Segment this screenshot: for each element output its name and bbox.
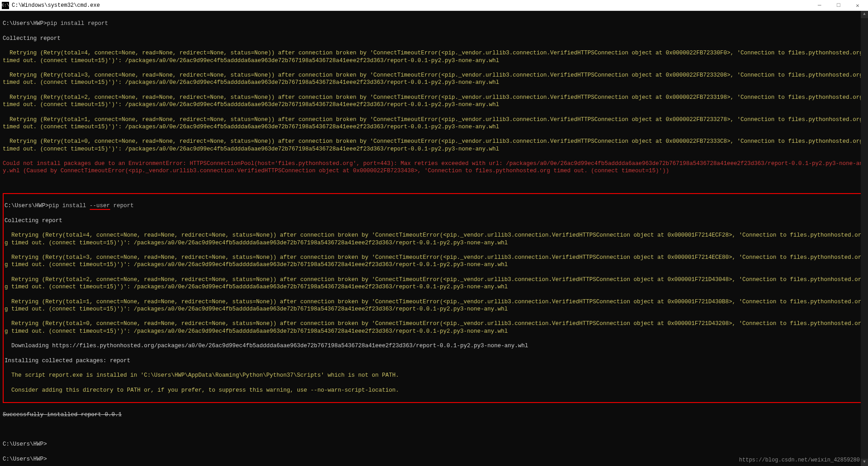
output-line: Collecting report	[5, 217, 863, 224]
success-line: Successfully installed report-0.0.1	[3, 411, 865, 418]
retry-line: Retrying (Retry(total=4, connect=None, r…	[5, 232, 863, 247]
highlight-box: C:\Users\HWP>pip install --user report C…	[3, 193, 865, 403]
retry-line: Retrying (Retry(total=1, connect=None, r…	[5, 298, 863, 313]
download-line: Downloading https://files.pythonhosted.o…	[5, 342, 863, 350]
retry-line: Retrying (Retry(total=3, connect=None, r…	[3, 72, 865, 87]
prompt: C:\Users\HWP>	[3, 456, 865, 463]
warning-line: Consider adding this directory to PATH o…	[5, 387, 863, 394]
watermark-text: https://blog.csdn.net/weixin_42859280	[739, 457, 860, 464]
vertical-scrollbar[interactable]: ▲ ▼	[861, 11, 868, 466]
command-text: pip install --user report	[49, 203, 134, 210]
warning-line: The script report.exe is installed in 'C…	[5, 372, 863, 379]
retry-line: Retrying (Retry(total=4, connect=None, r…	[3, 49, 865, 64]
prompt: C:\Users\HWP>	[3, 20, 47, 27]
terminal-viewport[interactable]: C:\Users\HWP>pip install report Collecti…	[0, 11, 868, 466]
prompt: C:\Users\HWP>	[3, 441, 865, 448]
maximize-button[interactable]: □	[835, 2, 842, 9]
minimize-button[interactable]: —	[816, 2, 823, 9]
retry-line: Retrying (Retry(total=3, connect=None, r…	[5, 254, 863, 269]
retry-line: Retrying (Retry(total=0, connect=None, r…	[5, 320, 863, 335]
close-button[interactable]: ✕	[854, 2, 861, 9]
install-line: Installing collected packages: report	[5, 357, 863, 364]
retry-line: Retrying (Retry(total=2, connect=None, r…	[3, 94, 865, 109]
scroll-up-icon[interactable]: ▲	[861, 11, 868, 18]
cmd-icon: C:\	[2, 2, 9, 9]
retry-line: Retrying (Retry(total=1, connect=None, r…	[3, 116, 865, 131]
window-titlebar: C:\ C:\Windows\system32\cmd.exe — □ ✕	[0, 0, 868, 11]
error-line: Could not install packages due to an Env…	[3, 160, 865, 175]
retry-line: Retrying (Retry(total=2, connect=None, r…	[5, 276, 863, 291]
output-line: Collecting report	[3, 35, 865, 42]
scroll-down-icon[interactable]: ▼	[861, 459, 868, 466]
command-text: pip install report	[47, 20, 108, 27]
user-flag-highlight: --user	[90, 203, 110, 210]
retry-line: Retrying (Retry(total=0, connect=None, r…	[3, 138, 865, 153]
prompt: C:\Users\HWP>	[5, 203, 49, 209]
window-title: C:\Windows\system32\cmd.exe	[12, 2, 816, 9]
